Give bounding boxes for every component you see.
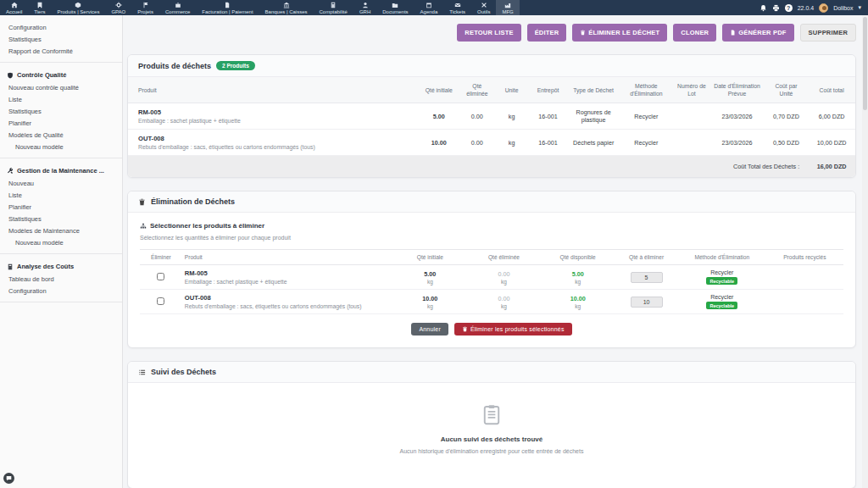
sidebar-item-tableau-de-bord[interactable]: Tableau de bord [7, 273, 115, 285]
topnav-item-produits-services[interactable]: Produits | Services [51, 0, 105, 15]
column-header-qt-initiale: Qté initiale [393, 250, 467, 265]
vertical-scrollbar[interactable] [862, 15, 868, 488]
topnav-item-outils[interactable]: Outils [471, 0, 496, 15]
sidebar-item-statistiques[interactable]: Statistiques [7, 105, 115, 117]
sidebar-item-nouveau-mod-le[interactable]: Nouveau modèle [7, 141, 115, 152]
user-menu[interactable]: Dolibox [833, 5, 853, 11]
column-header-produits-recycl-s: Produits recyclés [766, 250, 843, 265]
qty-to-eliminate-input[interactable] [631, 272, 663, 283]
column-header-entrep-t: Entrepôt [528, 77, 568, 103]
cell-produit[interactable]: RM-005Emballage : sachet plastique + éti… [128, 103, 419, 130]
cell-produit[interactable]: OUT-008Rebuts d'emballage : sacs, étique… [128, 130, 419, 156]
sidebar-item-configuration[interactable]: Configuration [7, 21, 115, 33]
trash-icon [580, 30, 586, 36]
cell-qte-initiale: 5.00 [419, 103, 459, 130]
sidebar-item-configuration[interactable]: Configuration [7, 285, 115, 297]
cell-unite: kg [495, 103, 528, 130]
help-icon[interactable]: ? [785, 4, 793, 12]
cell-date: 23/03/2026 [709, 103, 764, 130]
sidebar-item-planifier[interactable]: Planifier [7, 201, 115, 213]
column-header-m-thode-d-limination: Méthode d'Élimination [678, 250, 766, 265]
sidebar-item-statistiques[interactable]: Statistiques [7, 213, 115, 225]
empty-state-subtitle: Aucun historique d'élimination enregistr… [128, 448, 855, 454]
topnav-item-banques-caisses[interactable]: Banques | Caisses [259, 0, 314, 15]
waste-products-table: ProduitQté initialeQté éliminéeUniteEntr… [128, 77, 855, 177]
topnav-label: Accueil [6, 9, 22, 14]
select-products-title: Sélectionner les produits à éliminer [140, 222, 843, 230]
select-product-checkbox[interactable] [157, 273, 164, 280]
trash-icon [138, 198, 146, 206]
qty-to-eliminate-input[interactable] [631, 297, 663, 308]
cell-select [140, 290, 182, 314]
cell-type: Déchets papier [568, 130, 619, 156]
eliminate-selected-button[interactable]: Éliminer les produits sélectionnés [454, 323, 572, 336]
sidebar-item-statistiques[interactable]: Statistiques [7, 33, 115, 45]
scrollbar-thumb[interactable] [863, 17, 867, 110]
sidebar: ConfigurationStatistiquesRapport de Conf… [0, 15, 123, 488]
topnav-item-commerce[interactable]: Commerce [159, 0, 196, 15]
cancel-button[interactable]: Annuler [411, 323, 448, 336]
topnav-menu: AccueilTiersProduits | ServicesGPAOProje… [0, 0, 520, 15]
column-header-qt-limin-e: Qté éliminée [467, 250, 541, 265]
topnav-item-comptabilit[interactable]: Comptabilité [314, 0, 353, 15]
disposal-method: Recycler [681, 269, 764, 275]
cell-lot [673, 130, 709, 156]
topnav-label: GPAO [111, 9, 125, 14]
sidebar-item-liste[interactable]: Liste [7, 189, 115, 201]
select-products-icon [140, 223, 147, 230]
column-header-co-t-total: Coût total [808, 77, 855, 103]
qte-disponible-value: 10.00 [543, 295, 612, 302]
topnav-item-grh[interactable]: GRH [353, 0, 376, 15]
chevron-down-icon[interactable]: ▾ [858, 4, 861, 11]
unit-label: kg [470, 279, 538, 285]
generate-pdf-button[interactable]: GÉNÉRER PDF [722, 24, 793, 42]
column-header-type-de-d-chet: Type de Déchet [568, 77, 619, 103]
cell-qte-disponible: 10.00kg [541, 290, 615, 314]
cell-qte-eliminee: 0.00kg [467, 290, 541, 314]
sidebar-item-nouveau[interactable]: Nouveau [7, 177, 115, 189]
cell-methode: RecyclerRecyclable [678, 265, 766, 290]
clone-button[interactable]: CLONER [673, 24, 716, 42]
topnav-item-documents[interactable]: Documents [376, 0, 414, 15]
unit-label: kg [543, 279, 612, 285]
eliminate-waste-button[interactable]: ÉLIMINER LE DÉCHET [572, 24, 667, 42]
topnav-item-tickets[interactable]: Tickets [443, 0, 471, 15]
sidebar-item-mod-les-de-maintenance[interactable]: Modèles de Maintenance [7, 225, 115, 236]
topnav-item-tiers[interactable]: Tiers [28, 0, 51, 15]
user-avatar[interactable] [819, 3, 828, 13]
select-product-checkbox[interactable] [157, 297, 164, 305]
edit-button[interactable]: ÉDITER [527, 24, 567, 42]
cell-date: 23/03/2026 [709, 130, 764, 156]
column-header-qt-liminer: Qté à éliminer [615, 250, 678, 265]
topnav-label: Banques | Caisses [265, 9, 308, 14]
qte-initiale-value: 5.00 [396, 270, 465, 278]
trash-icon [462, 326, 468, 332]
delete-button[interactable]: SUPPRIMER [800, 24, 856, 42]
envelope-icon [454, 2, 461, 8]
topnav-item-mfg[interactable]: MFG [496, 0, 519, 15]
topnav-item-agenda[interactable]: Agenda [415, 0, 444, 15]
chat-bubble-button[interactable] [3, 473, 14, 484]
topnav-item-projets[interactable]: Projets [131, 0, 159, 15]
topnav-item-accueil[interactable]: Accueil [0, 0, 28, 15]
cell-qte-disponible: 5.00kg [541, 265, 615, 290]
topnav-label: Tickets [449, 9, 465, 14]
sidebar-item-nouveau-contr-le-qualit[interactable]: Nouveau contrôle qualité [7, 81, 115, 93]
bell-icon[interactable] [760, 4, 767, 12]
topnav-item-facturation-paiement[interactable]: Facturation | Paiement [196, 0, 259, 15]
calculator-icon [7, 263, 14, 270]
sidebar-item-rapport-de-conformit[interactable]: Rapport de Conformité [7, 45, 115, 57]
list-icon [138, 369, 146, 376]
topnav-label: Comptabilité [320, 9, 348, 14]
topnav-label: Facturation | Paiement [202, 9, 253, 14]
sidebar-item-liste[interactable]: Liste [7, 93, 115, 105]
sidebar-item-nouveau-mod-le[interactable]: Nouveau modèle [7, 236, 115, 248]
return-list-button[interactable]: RETOUR LISTE [457, 24, 520, 42]
cell-cout-unite: 0,70 DZD [765, 103, 808, 130]
printer-icon[interactable] [772, 4, 780, 12]
action-buttons-row: RETOUR LISTE ÉDITER ÉLIMINER LE DÉCHET C… [124, 24, 856, 42]
qte-eliminee-value: 0.00 [470, 295, 538, 302]
topnav-item-gpao[interactable]: GPAO [105, 0, 131, 15]
sidebar-item-planifier[interactable]: Planifier [7, 117, 115, 129]
sidebar-item-mod-les-de-qualit[interactable]: Modèles de Qualité [7, 129, 115, 141]
